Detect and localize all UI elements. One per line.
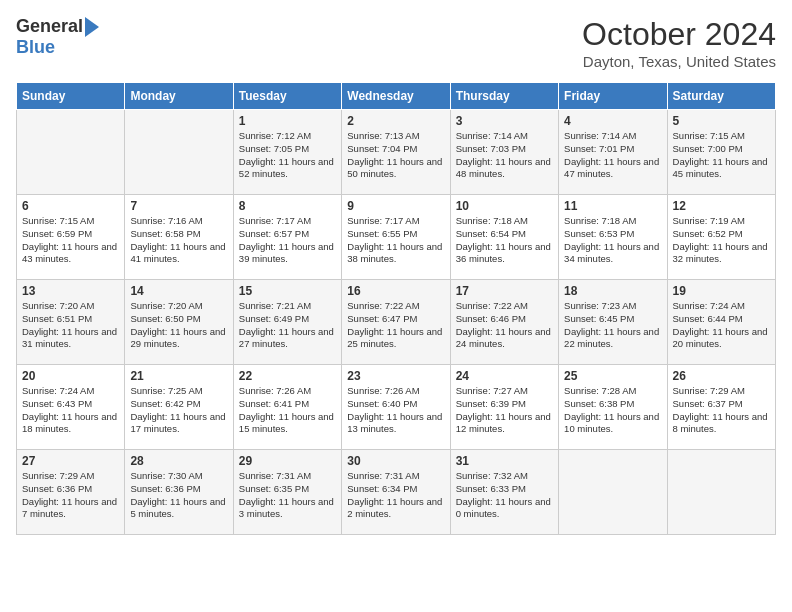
day-content: Sunrise: 7:16 AMSunset: 6:58 PMDaylight:… <box>130 215 227 266</box>
location-title: Dayton, Texas, United States <box>582 53 776 70</box>
day-of-week-header: Tuesday <box>233 83 341 110</box>
day-number: 29 <box>239 454 336 468</box>
day-number: 9 <box>347 199 444 213</box>
day-content: Sunrise: 7:14 AMSunset: 7:03 PMDaylight:… <box>456 130 553 181</box>
day-number: 7 <box>130 199 227 213</box>
day-number: 12 <box>673 199 770 213</box>
calendar-cell: 19Sunrise: 7:24 AMSunset: 6:44 PMDayligh… <box>667 280 775 365</box>
day-number: 3 <box>456 114 553 128</box>
day-number: 11 <box>564 199 661 213</box>
day-number: 8 <box>239 199 336 213</box>
day-content: Sunrise: 7:20 AMSunset: 6:50 PMDaylight:… <box>130 300 227 351</box>
calendar-header-row: SundayMondayTuesdayWednesdayThursdayFrid… <box>17 83 776 110</box>
calendar-cell <box>559 450 667 535</box>
calendar-table: SundayMondayTuesdayWednesdayThursdayFrid… <box>16 82 776 535</box>
calendar-week-row: 27Sunrise: 7:29 AMSunset: 6:36 PMDayligh… <box>17 450 776 535</box>
day-content: Sunrise: 7:29 AMSunset: 6:36 PMDaylight:… <box>22 470 119 521</box>
day-number: 26 <box>673 369 770 383</box>
day-number: 21 <box>130 369 227 383</box>
day-of-week-header: Saturday <box>667 83 775 110</box>
calendar-cell: 6Sunrise: 7:15 AMSunset: 6:59 PMDaylight… <box>17 195 125 280</box>
day-of-week-header: Sunday <box>17 83 125 110</box>
day-content: Sunrise: 7:26 AMSunset: 6:41 PMDaylight:… <box>239 385 336 436</box>
day-content: Sunrise: 7:13 AMSunset: 7:04 PMDaylight:… <box>347 130 444 181</box>
calendar-cell: 23Sunrise: 7:26 AMSunset: 6:40 PMDayligh… <box>342 365 450 450</box>
calendar-cell: 20Sunrise: 7:24 AMSunset: 6:43 PMDayligh… <box>17 365 125 450</box>
day-content: Sunrise: 7:19 AMSunset: 6:52 PMDaylight:… <box>673 215 770 266</box>
day-number: 28 <box>130 454 227 468</box>
calendar-cell: 12Sunrise: 7:19 AMSunset: 6:52 PMDayligh… <box>667 195 775 280</box>
day-content: Sunrise: 7:21 AMSunset: 6:49 PMDaylight:… <box>239 300 336 351</box>
day-number: 27 <box>22 454 119 468</box>
calendar-cell: 18Sunrise: 7:23 AMSunset: 6:45 PMDayligh… <box>559 280 667 365</box>
day-number: 18 <box>564 284 661 298</box>
day-number: 6 <box>22 199 119 213</box>
day-of-week-header: Wednesday <box>342 83 450 110</box>
day-content: Sunrise: 7:24 AMSunset: 6:43 PMDaylight:… <box>22 385 119 436</box>
calendar-week-row: 20Sunrise: 7:24 AMSunset: 6:43 PMDayligh… <box>17 365 776 450</box>
day-content: Sunrise: 7:31 AMSunset: 6:35 PMDaylight:… <box>239 470 336 521</box>
day-content: Sunrise: 7:20 AMSunset: 6:51 PMDaylight:… <box>22 300 119 351</box>
day-number: 30 <box>347 454 444 468</box>
day-content: Sunrise: 7:31 AMSunset: 6:34 PMDaylight:… <box>347 470 444 521</box>
calendar-cell: 1Sunrise: 7:12 AMSunset: 7:05 PMDaylight… <box>233 110 341 195</box>
day-content: Sunrise: 7:32 AMSunset: 6:33 PMDaylight:… <box>456 470 553 521</box>
calendar-cell: 13Sunrise: 7:20 AMSunset: 6:51 PMDayligh… <box>17 280 125 365</box>
calendar-cell <box>125 110 233 195</box>
logo-general-text: General <box>16 16 83 37</box>
day-number: 14 <box>130 284 227 298</box>
calendar-cell: 31Sunrise: 7:32 AMSunset: 6:33 PMDayligh… <box>450 450 558 535</box>
day-number: 23 <box>347 369 444 383</box>
calendar-cell: 30Sunrise: 7:31 AMSunset: 6:34 PMDayligh… <box>342 450 450 535</box>
day-of-week-header: Monday <box>125 83 233 110</box>
calendar-cell <box>667 450 775 535</box>
calendar-cell: 7Sunrise: 7:16 AMSunset: 6:58 PMDaylight… <box>125 195 233 280</box>
day-number: 17 <box>456 284 553 298</box>
day-content: Sunrise: 7:24 AMSunset: 6:44 PMDaylight:… <box>673 300 770 351</box>
calendar-cell: 14Sunrise: 7:20 AMSunset: 6:50 PMDayligh… <box>125 280 233 365</box>
calendar-cell: 11Sunrise: 7:18 AMSunset: 6:53 PMDayligh… <box>559 195 667 280</box>
day-number: 31 <box>456 454 553 468</box>
calendar-cell: 21Sunrise: 7:25 AMSunset: 6:42 PMDayligh… <box>125 365 233 450</box>
day-content: Sunrise: 7:27 AMSunset: 6:39 PMDaylight:… <box>456 385 553 436</box>
calendar-cell: 3Sunrise: 7:14 AMSunset: 7:03 PMDaylight… <box>450 110 558 195</box>
calendar-cell: 24Sunrise: 7:27 AMSunset: 6:39 PMDayligh… <box>450 365 558 450</box>
day-number: 25 <box>564 369 661 383</box>
calendar-cell: 15Sunrise: 7:21 AMSunset: 6:49 PMDayligh… <box>233 280 341 365</box>
title-block: October 2024 Dayton, Texas, United State… <box>582 16 776 70</box>
calendar-cell: 28Sunrise: 7:30 AMSunset: 6:36 PMDayligh… <box>125 450 233 535</box>
day-content: Sunrise: 7:15 AMSunset: 7:00 PMDaylight:… <box>673 130 770 181</box>
day-content: Sunrise: 7:15 AMSunset: 6:59 PMDaylight:… <box>22 215 119 266</box>
calendar-cell: 2Sunrise: 7:13 AMSunset: 7:04 PMDaylight… <box>342 110 450 195</box>
day-content: Sunrise: 7:30 AMSunset: 6:36 PMDaylight:… <box>130 470 227 521</box>
calendar-cell: 25Sunrise: 7:28 AMSunset: 6:38 PMDayligh… <box>559 365 667 450</box>
day-number: 15 <box>239 284 336 298</box>
calendar-cell: 16Sunrise: 7:22 AMSunset: 6:47 PMDayligh… <box>342 280 450 365</box>
calendar-cell: 5Sunrise: 7:15 AMSunset: 7:00 PMDaylight… <box>667 110 775 195</box>
day-content: Sunrise: 7:17 AMSunset: 6:57 PMDaylight:… <box>239 215 336 266</box>
calendar-week-row: 6Sunrise: 7:15 AMSunset: 6:59 PMDaylight… <box>17 195 776 280</box>
day-content: Sunrise: 7:22 AMSunset: 6:46 PMDaylight:… <box>456 300 553 351</box>
day-content: Sunrise: 7:14 AMSunset: 7:01 PMDaylight:… <box>564 130 661 181</box>
calendar-cell: 4Sunrise: 7:14 AMSunset: 7:01 PMDaylight… <box>559 110 667 195</box>
calendar-cell: 29Sunrise: 7:31 AMSunset: 6:35 PMDayligh… <box>233 450 341 535</box>
page-header: General Blue October 2024 Dayton, Texas,… <box>16 16 776 70</box>
day-number: 4 <box>564 114 661 128</box>
day-content: Sunrise: 7:18 AMSunset: 6:54 PMDaylight:… <box>456 215 553 266</box>
logo-arrow-icon <box>85 17 99 37</box>
day-number: 16 <box>347 284 444 298</box>
calendar-cell <box>17 110 125 195</box>
calendar-cell: 8Sunrise: 7:17 AMSunset: 6:57 PMDaylight… <box>233 195 341 280</box>
calendar-cell: 27Sunrise: 7:29 AMSunset: 6:36 PMDayligh… <box>17 450 125 535</box>
day-of-week-header: Thursday <box>450 83 558 110</box>
calendar-cell: 22Sunrise: 7:26 AMSunset: 6:41 PMDayligh… <box>233 365 341 450</box>
calendar-cell: 26Sunrise: 7:29 AMSunset: 6:37 PMDayligh… <box>667 365 775 450</box>
calendar-week-row: 1Sunrise: 7:12 AMSunset: 7:05 PMDaylight… <box>17 110 776 195</box>
day-content: Sunrise: 7:23 AMSunset: 6:45 PMDaylight:… <box>564 300 661 351</box>
logo: General Blue <box>16 16 99 58</box>
day-number: 1 <box>239 114 336 128</box>
day-content: Sunrise: 7:17 AMSunset: 6:55 PMDaylight:… <box>347 215 444 266</box>
calendar-body: 1Sunrise: 7:12 AMSunset: 7:05 PMDaylight… <box>17 110 776 535</box>
day-number: 20 <box>22 369 119 383</box>
day-content: Sunrise: 7:22 AMSunset: 6:47 PMDaylight:… <box>347 300 444 351</box>
